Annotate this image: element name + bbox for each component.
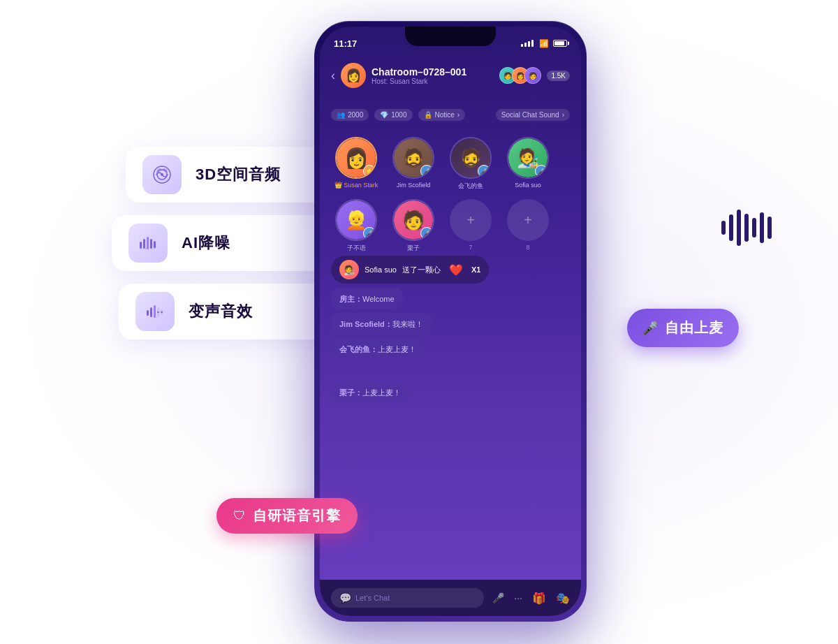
members-icon: 👥 (337, 111, 345, 119)
gift-action-text: 送了一颗心 (402, 265, 441, 275)
feature-cards-container: 3D空间音频 AI降噪 变声音效 (112, 147, 349, 339)
chat-title-area: Chatroom–0728–001 Host: Susan Stark (372, 66, 466, 85)
gift-icon[interactable]: 🎁 (532, 592, 546, 605)
speaker-slot-susan[interactable]: 👩 ⭐ 👑 Susan Stark (331, 137, 381, 191)
speaker-slot-sofia[interactable]: 🧑‍🎨 🎤 Sofia suo (503, 137, 553, 191)
feature-icon-ai-noise (128, 224, 168, 263)
mic-badge-fish: 🎤 (478, 165, 490, 177)
mic-badge-sofia: 🎤 (535, 165, 547, 177)
chat-sender-host: 房主： (339, 295, 362, 303)
free-mic-button[interactable]: 🎤 自由上麦 (627, 309, 739, 347)
speaker-slot-zby[interactable]: 👱 🎤 子不语 (331, 199, 381, 253)
speaker-name-susan: 👑 Susan Stark (335, 182, 378, 189)
member-avatar-3: 🧑 (524, 67, 541, 84)
gift-sender-name: Sofia suo (365, 265, 397, 274)
chat-bubble-lizi: 栗子：上麦上麦！ (331, 381, 409, 402)
speaker-name-fish: 会飞的鱼 (458, 182, 483, 191)
speaker-name-jim: Jim Scofield (397, 182, 431, 189)
mic-icon: 🎤 (642, 321, 658, 336)
members-stat: 👥 2000 (331, 109, 369, 121)
emoji-icon[interactable]: 🎭 (556, 592, 570, 605)
sound-arrow: › (562, 111, 564, 119)
svg-rect-5 (147, 237, 149, 249)
chat-header-left: ‹ 👩 Chatroom–0728–001 Host: Susan Stark (331, 63, 466, 88)
speaker-slot-7[interactable]: + 7 (446, 199, 496, 253)
gifts-count: 1000 (391, 111, 406, 119)
feature-label-voice-effect: 变声音效 (189, 301, 253, 322)
empty-slot-7: + (450, 199, 492, 241)
speaker-slot-8[interactable]: + 8 (503, 199, 553, 253)
mic-badge-jim: 🎤 (420, 165, 433, 177)
speaker-slot-jim[interactable]: 🧔 🎤 Jim Scofield (388, 137, 439, 191)
sound-bar-4 (744, 214, 749, 242)
feature-card-ai-noise: AI降噪 (112, 215, 349, 271)
chat-bubble-host: 房主：Welcome (331, 288, 403, 309)
bottom-bar: 💬 Let's Chat 🎤 ··· 🎁 🎭 (320, 580, 581, 616)
speaker-slot-lizi[interactable]: 🧑 🎤 栗子 (388, 199, 439, 253)
notice-label: Notice (435, 111, 455, 119)
speaker-avatar-susan: 👩 ⭐ (335, 137, 377, 179)
sound-label: Social Chat Sound (501, 111, 559, 119)
speakers-grid: 👩 ⭐ 👑 Susan Stark 🧔 🎤 Jim Scofield (320, 130, 581, 268)
chat-header: ‹ 👩 Chatroom–0728–001 Host: Susan Stark (320, 56, 581, 95)
engine-badge-icon: 🛡 (233, 508, 246, 523)
host-avatar: 👩 (341, 63, 366, 88)
chat-sender-fish: 会飞的鱼： (339, 345, 378, 353)
notice-stat[interactable]: 🔒 Notice › (418, 109, 466, 121)
sound-bar-2 (729, 214, 733, 241)
gift-sender-avatar: 🧑‍🎨 (339, 260, 359, 279)
feature-icon-voice-effect (135, 292, 175, 331)
room-name: Chatroom–0728–001 (372, 66, 466, 78)
sound-stat[interactable]: Social Chat Sound › (496, 109, 570, 121)
feature-label-ai-noise: AI降噪 (182, 233, 230, 254)
bottom-icons: 🎤 ··· 🎁 🎭 (492, 592, 570, 605)
member-avatars: 🧑 👩 🧑 (503, 67, 541, 84)
gifts-stat: 💎 1000 (374, 109, 412, 121)
speaker-avatar-lizi: 🧑 🎤 (392, 199, 434, 241)
svg-point-2 (161, 173, 163, 176)
empty-slot-8: + (507, 199, 549, 241)
speaker-avatar-fish: 🧔 🎤 (450, 137, 492, 179)
phone-notch (405, 27, 496, 46)
chat-sender-jim: Jim Scofield： (339, 320, 392, 328)
engine-badge[interactable]: 🛡 自研语音引擎 (216, 498, 358, 534)
battery-icon (553, 40, 567, 47)
sound-bar-6 (760, 212, 764, 243)
chat-input-icon: 💬 (339, 592, 351, 603)
mic-badge-lizi: 🎤 (420, 227, 433, 240)
feature-icon-3d-audio (142, 155, 182, 194)
sound-bar-7 (767, 217, 772, 239)
svg-rect-11 (154, 305, 156, 318)
chat-bubble-jim: Jim Scofield：我来啦！ (331, 313, 432, 334)
status-time: 11:17 (334, 38, 357, 49)
speakers-row-2: 👱 🎤 子不语 🧑 🎤 栗子 + 7 (331, 199, 570, 253)
sound-wave (721, 210, 772, 246)
back-button[interactable]: ‹ (331, 68, 335, 83)
gift-message: 🧑‍🎨 Sofia suo 送了一颗心 ❤️ X1 (331, 256, 489, 284)
mic-badge-zby: 🎤 (363, 227, 376, 240)
svg-rect-9 (147, 310, 149, 316)
engine-badge-label: 自研语音引擎 (253, 506, 341, 525)
signal-icon (521, 40, 534, 47)
speaker-avatar-zby: 👱 🎤 (335, 199, 377, 241)
notice-icon: 🔒 (424, 111, 432, 119)
chat-text-fish: 会飞的鱼：上麦上麦！ (339, 345, 416, 353)
mute-icon[interactable]: 🎤 (492, 592, 504, 603)
chat-header-right: 🧑 👩 🧑 1.5K (503, 67, 570, 84)
more-icon[interactable]: ··· (514, 592, 522, 603)
phone-outer-shell: 11:17 📶 (314, 21, 587, 622)
svg-rect-6 (150, 239, 152, 249)
sound-bar-3 (737, 210, 741, 246)
speaker-slot-fish[interactable]: 🧔 🎤 会飞的鱼 (446, 137, 496, 191)
phone-mockup: 11:17 📶 (314, 21, 587, 622)
gift-heart-icon: ❤️ (449, 263, 463, 277)
svg-rect-10 (150, 307, 152, 317)
notice-arrow: › (457, 111, 460, 119)
svg-rect-7 (154, 241, 156, 248)
chat-sender-lizi: 栗子： (339, 388, 362, 397)
chat-text-jim: Jim Scofield：我来啦！ (339, 320, 423, 328)
room-host: Host: Susan Stark (372, 78, 466, 85)
chat-text-host: 房主：Welcome (339, 295, 395, 303)
chat-bubble-fish: 会飞的鱼：上麦上麦！ (331, 338, 425, 359)
chat-input-area[interactable]: 💬 Let's Chat (331, 588, 484, 608)
